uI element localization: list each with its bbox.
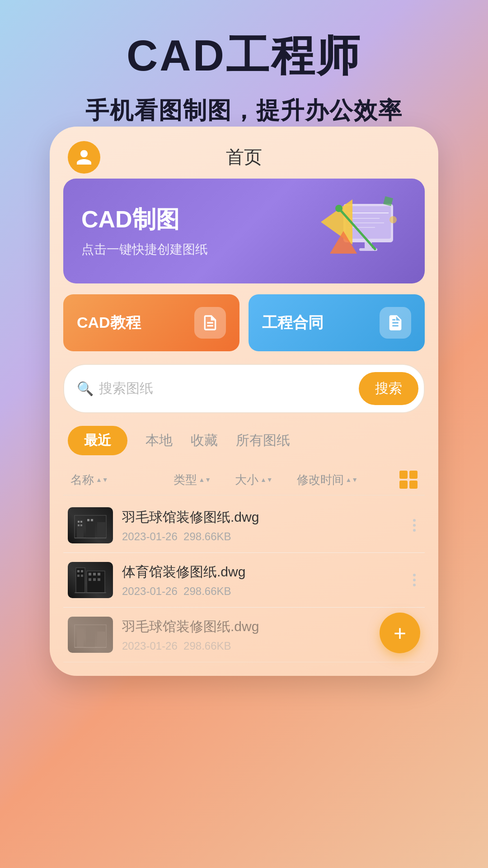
sort-name-icon: ▲▼	[96, 476, 108, 483]
phone-topbar: 首页	[63, 140, 425, 179]
svg-rect-17	[97, 522, 105, 538]
svg-rect-23	[87, 519, 89, 521]
banner-text: CAD制图 点击一键快捷创建图纸	[81, 204, 208, 258]
sort-time-icon: ▲▼	[346, 476, 358, 483]
th-size[interactable]: 大小 ▲▼	[235, 472, 297, 488]
svg-rect-40	[86, 627, 95, 647]
table-row[interactable]: 羽毛球馆装修图纸.dwg 2023-01-26 298.66KB	[63, 608, 425, 662]
banner-title: CAD制图	[81, 204, 208, 236]
tab-recent[interactable]: 最近	[68, 426, 127, 455]
tutorial-icon-container	[194, 307, 226, 339]
svg-point-13	[389, 216, 397, 223]
file-meta: 2023-01-26 298.66KB	[122, 640, 399, 652]
search-icon: 🔍	[77, 381, 94, 396]
hero-title: CAD工程师	[0, 0, 488, 86]
table-header: 名称 ▲▼ 类型 ▲▼ 大小 ▲▼ 修改时间 ▲▼	[63, 464, 425, 495]
svg-rect-24	[91, 519, 93, 521]
svg-rect-21	[78, 524, 80, 526]
file-meta: 2023-01-26 298.66KB	[122, 530, 399, 543]
svg-rect-20	[80, 521, 82, 523]
th-name[interactable]: 名称 ▲▼	[70, 472, 174, 488]
file-thumbnail	[68, 617, 113, 653]
contract-card[interactable]: 工程合同	[249, 294, 425, 351]
tutorial-label: CAD教程	[77, 312, 141, 333]
file-info: 羽毛球馆装修图纸.dwg 2023-01-26 298.66KB	[122, 508, 399, 543]
svg-rect-33	[98, 573, 100, 576]
tutorial-card[interactable]: CAD教程	[63, 294, 239, 351]
contract-icon	[386, 314, 404, 332]
svg-rect-19	[78, 521, 80, 523]
cad-banner[interactable]: CAD制图 点击一键快捷创建图纸	[63, 179, 425, 283]
file-name: 体育馆装修图纸.dwg	[122, 563, 399, 581]
svg-rect-36	[98, 578, 100, 581]
file-more-menu[interactable]	[408, 574, 420, 586]
phone-mockup: 首页 CAD制图 点击一键快捷创建图纸	[50, 127, 438, 676]
tab-all[interactable]: 所有图纸	[236, 428, 290, 453]
svg-rect-29	[77, 575, 80, 577]
page-title: 首页	[226, 145, 262, 170]
tab-favorites[interactable]: 收藏	[191, 428, 218, 453]
file-name: 羽毛球馆装修图纸.dwg	[122, 618, 399, 636]
banner-illustration	[316, 195, 407, 267]
svg-rect-39	[77, 629, 84, 647]
fab-add-button[interactable]: +	[380, 613, 420, 653]
search-bar: 🔍 搜索图纸 搜索	[63, 364, 425, 413]
grid-view-toggle[interactable]	[399, 471, 418, 489]
file-more-menu[interactable]	[408, 519, 420, 532]
svg-rect-34	[89, 578, 91, 581]
sort-size-icon: ▲▼	[260, 476, 273, 483]
th-type[interactable]: 类型 ▲▼	[174, 472, 235, 488]
hero-section: CAD工程师 手机看图制图，提升办公效率	[0, 0, 488, 127]
contract-label: 工程合同	[262, 312, 324, 333]
avatar[interactable]	[68, 141, 100, 174]
svg-rect-41	[97, 632, 105, 647]
svg-rect-32	[93, 573, 96, 576]
quick-actions: CAD教程 工程合同	[63, 294, 425, 351]
file-thumbnail	[68, 562, 113, 598]
file-name: 羽毛球馆装修图纸.dwg	[122, 508, 399, 527]
file-list: 羽毛球馆装修图纸.dwg 2023-01-26 298.66KB	[63, 498, 425, 662]
search-input-area: 🔍 搜索图纸	[77, 379, 353, 398]
file-info: 羽毛球馆装修图纸.dwg 2023-01-26 298.66KB	[122, 618, 399, 652]
svg-rect-30	[81, 575, 83, 577]
table-row[interactable]: 体育馆装修图纸.dwg 2023-01-26 298.66KB	[63, 553, 425, 608]
hero-subtitle: 手机看图制图，提升办公效率	[0, 95, 488, 127]
tab-local[interactable]: 本地	[145, 428, 173, 453]
svg-point-10	[335, 205, 343, 212]
th-time[interactable]: 修改时间 ▲▼	[297, 472, 400, 488]
svg-rect-35	[93, 578, 96, 581]
document-icon	[201, 314, 219, 332]
file-tabs: 最近 本地 收藏 所有图纸	[63, 426, 425, 455]
file-info: 体育馆装修图纸.dwg 2023-01-26 298.66KB	[122, 563, 399, 598]
contract-icon-container	[380, 307, 411, 339]
user-icon	[75, 148, 93, 166]
search-placeholder-text[interactable]: 搜索图纸	[99, 379, 153, 398]
search-button[interactable]: 搜索	[359, 372, 418, 405]
svg-rect-31	[89, 573, 91, 576]
svg-rect-22	[80, 524, 82, 526]
svg-rect-28	[81, 570, 83, 572]
sort-type-icon: ▲▼	[199, 476, 211, 483]
file-meta: 2023-01-26 298.66KB	[122, 585, 399, 598]
svg-rect-27	[77, 570, 80, 572]
table-row[interactable]: 羽毛球馆装修图纸.dwg 2023-01-26 298.66KB	[63, 498, 425, 553]
file-thumbnail	[68, 507, 113, 543]
banner-subtitle: 点击一键快捷创建图纸	[81, 241, 208, 258]
